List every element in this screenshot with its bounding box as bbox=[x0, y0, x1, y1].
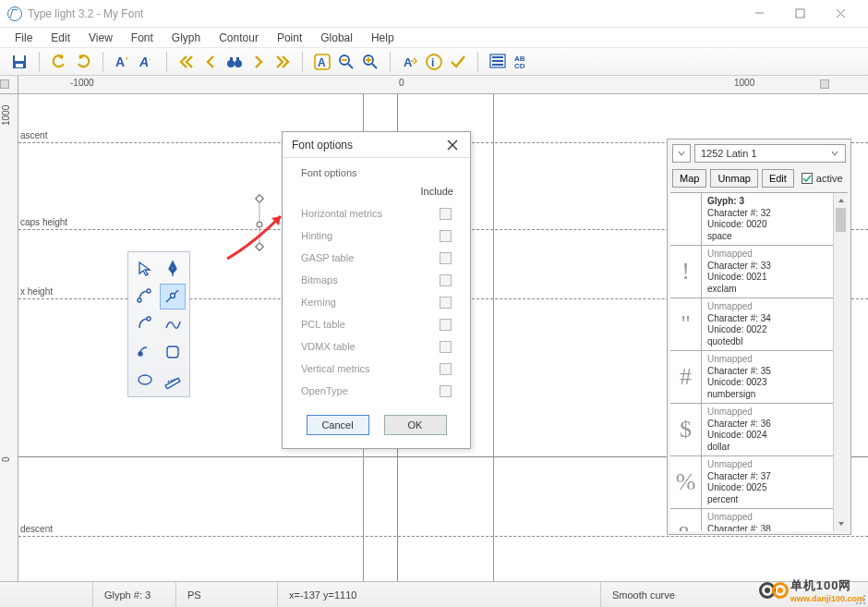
scroll-down-icon[interactable] bbox=[834, 516, 848, 531]
menu-point[interactable]: Point bbox=[268, 30, 311, 46]
menu-font[interactable]: Font bbox=[122, 30, 163, 46]
dialog-title-bar[interactable]: Font options bbox=[283, 132, 470, 158]
scroll-thumb[interactable] bbox=[836, 208, 846, 232]
menu-global[interactable]: Global bbox=[311, 30, 362, 46]
glyph-list-item[interactable]: "UnmappedCharacter #: 34Unicode: 0022quo… bbox=[670, 298, 833, 351]
pointer-tool-icon[interactable] bbox=[132, 256, 158, 282]
ruler-horizontal[interactable]: -1000 0 1000 bbox=[18, 76, 868, 94]
glyph-list-item[interactable]: $UnmappedCharacter #: 36Unicode: 0024dol… bbox=[670, 404, 833, 456]
status-coords: x=-137 y=1110 bbox=[277, 582, 600, 607]
glyph-info: UnmappedCharacter #: 37Unicode: 0025perc… bbox=[702, 456, 833, 508]
abcd-icon[interactable]: ABCD bbox=[511, 51, 533, 73]
measure-tool-icon[interactable] bbox=[160, 367, 186, 393]
ruler-handle[interactable] bbox=[0, 79, 9, 89]
glyph-list[interactable]: Glyph: 3Character #: 32Unicode: 0020spac… bbox=[670, 192, 848, 531]
tool-palette[interactable] bbox=[127, 251, 190, 397]
pen-tool-icon[interactable] bbox=[160, 256, 186, 282]
active-checkbox[interactable] bbox=[802, 173, 813, 184]
contour-close-tool-icon[interactable] bbox=[132, 339, 158, 365]
minimize-button[interactable] bbox=[739, 1, 779, 27]
include-checkbox[interactable] bbox=[440, 230, 452, 242]
glyph-info: UnmappedCharacter #: 38Unicode: 0026ampe… bbox=[702, 509, 833, 531]
first-icon[interactable] bbox=[175, 51, 198, 73]
font-options-dialog: Font options Font options Include Horizo… bbox=[282, 131, 471, 449]
glyph-list-item[interactable]: &UnmappedCharacter #: 38Unicode: 0026amp… bbox=[670, 509, 833, 531]
menu-file[interactable]: File bbox=[6, 30, 42, 46]
save-icon[interactable] bbox=[8, 51, 30, 73]
ok-button[interactable]: OK bbox=[384, 415, 447, 435]
svg-point-23 bbox=[138, 298, 141, 302]
list-icon[interactable] bbox=[487, 51, 509, 73]
zoom-out-icon[interactable] bbox=[335, 51, 357, 73]
svg-text:A: A bbox=[139, 55, 149, 69]
canvas[interactable]: ascent caps height x height descent Font… bbox=[18, 94, 868, 581]
menu-help[interactable]: Help bbox=[362, 30, 404, 46]
svg-text:i: i bbox=[431, 56, 434, 69]
increase-a-icon[interactable]: A+ bbox=[112, 51, 134, 73]
last-icon[interactable] bbox=[271, 51, 294, 73]
svg-rect-2 bbox=[15, 55, 24, 61]
resize-grip[interactable] bbox=[855, 594, 866, 605]
check-icon[interactable] bbox=[447, 51, 469, 73]
glyph-symbol: " bbox=[670, 298, 702, 350]
unmap-button[interactable]: Unmap bbox=[710, 169, 757, 188]
redo-icon[interactable] bbox=[72, 51, 94, 73]
ellipse-tool-icon[interactable] bbox=[132, 367, 158, 393]
glyph-list-item[interactable]: !UnmappedCharacter #: 33Unicode: 0021exc… bbox=[670, 246, 833, 298]
menu-edit[interactable]: Edit bbox=[42, 30, 79, 46]
cancel-button[interactable]: Cancel bbox=[307, 415, 369, 435]
section-label: Font options bbox=[295, 167, 457, 178]
dialog-close-icon[interactable] bbox=[444, 137, 461, 153]
include-checkbox[interactable] bbox=[440, 252, 452, 264]
option-row: Hinting bbox=[295, 225, 457, 247]
a-arrows-icon[interactable]: A bbox=[399, 51, 421, 73]
a-box-icon[interactable]: A bbox=[311, 51, 333, 73]
glyph-list-item[interactable]: #UnmappedCharacter #: 35Unicode: 0023num… bbox=[670, 351, 833, 404]
glyph-info: UnmappedCharacter #: 35Unicode: 0023numb… bbox=[702, 351, 833, 403]
glyph-symbol: $ bbox=[670, 404, 702, 455]
maximize-button[interactable] bbox=[779, 1, 820, 27]
menu-glyph[interactable]: Glyph bbox=[163, 30, 210, 46]
include-checkbox[interactable] bbox=[440, 319, 452, 331]
rectangle-tool-icon[interactable] bbox=[160, 339, 186, 365]
next-icon[interactable] bbox=[247, 51, 270, 73]
option-row: Vertical metrics bbox=[295, 358, 457, 380]
map-button[interactable]: Map bbox=[672, 169, 706, 188]
include-checkbox[interactable] bbox=[440, 208, 452, 220]
include-checkbox[interactable] bbox=[440, 385, 452, 397]
glyph-list-item[interactable]: %UnmappedCharacter #: 37Unicode: 0025per… bbox=[670, 456, 833, 509]
decrease-a-icon[interactable]: A- bbox=[136, 51, 158, 73]
svg-point-32 bbox=[257, 222, 262, 227]
zoom-in-icon[interactable] bbox=[359, 51, 381, 73]
ruler-vertical[interactable]: 1000 0 bbox=[0, 94, 18, 581]
prev-icon[interactable] bbox=[199, 51, 222, 73]
svg-point-24 bbox=[147, 289, 151, 293]
menu-contour[interactable]: Contour bbox=[210, 30, 268, 46]
corner-tool-icon[interactable] bbox=[132, 284, 158, 310]
freehand-tool-icon[interactable] bbox=[160, 311, 186, 337]
glyph-list-item[interactable]: Glyph: 3Character #: 32Unicode: 0020spac… bbox=[670, 193, 833, 246]
info-icon[interactable]: i bbox=[423, 51, 445, 73]
include-checkbox[interactable] bbox=[440, 274, 452, 286]
menu-view[interactable]: View bbox=[79, 30, 122, 46]
guide-descent[interactable]: descent bbox=[18, 536, 868, 537]
edit-button[interactable]: Edit bbox=[762, 169, 794, 188]
include-checkbox[interactable] bbox=[440, 297, 452, 309]
scroll-up-icon[interactable] bbox=[834, 193, 848, 208]
cyan-guide[interactable] bbox=[493, 94, 494, 581]
close-button[interactable] bbox=[820, 1, 861, 27]
status-bar: Glyph #: 3 PS x=-137 y=1110 Smooth curve bbox=[0, 581, 868, 607]
codepage-select[interactable]: 1252 Latin 1 bbox=[694, 144, 846, 163]
binoculars-icon[interactable] bbox=[223, 51, 246, 73]
include-checkbox[interactable] bbox=[440, 363, 452, 375]
glyph-scrollbar[interactable] bbox=[833, 193, 848, 531]
curve-tool-icon[interactable] bbox=[132, 311, 158, 337]
codepage-prev-button[interactable] bbox=[672, 144, 691, 163]
glyph-symbol: ! bbox=[670, 246, 702, 297]
tangent-tool-icon[interactable] bbox=[160, 284, 186, 310]
undo-icon[interactable] bbox=[48, 51, 70, 73]
menu-bar: File Edit View Font Glyph Contour Point … bbox=[0, 28, 868, 48]
ruler-handle[interactable] bbox=[820, 79, 829, 89]
include-checkbox[interactable] bbox=[440, 341, 452, 353]
status-glyph: Glyph #: 3 bbox=[92, 582, 175, 607]
